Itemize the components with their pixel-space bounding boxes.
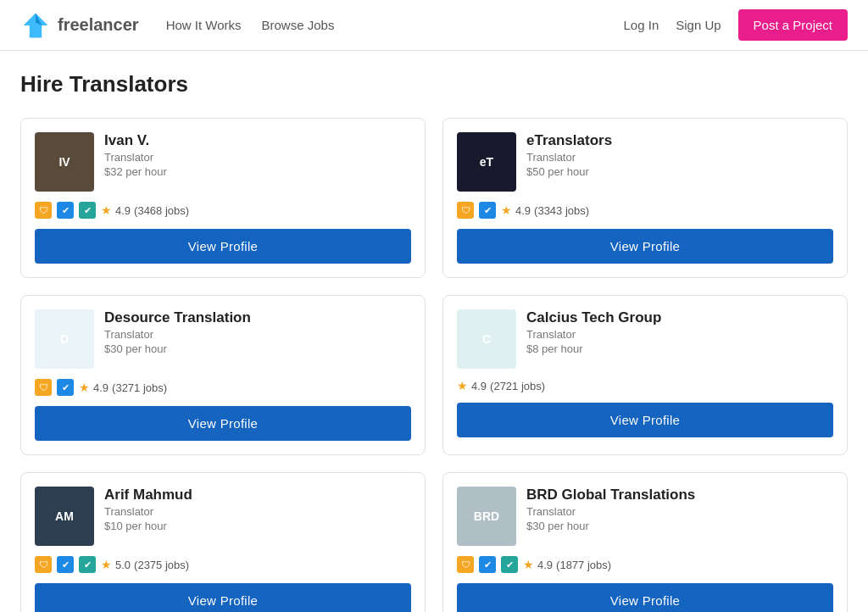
avatar: D bbox=[35, 309, 94, 369]
rating-value: 4.9 bbox=[537, 559, 553, 571]
badge-blue: ✔ bbox=[57, 202, 74, 219]
badge-orange: 🛡 bbox=[457, 202, 474, 219]
freelancer-name: Arif Mahmud bbox=[104, 487, 411, 504]
card-top: eT eTranslators Translator $50 per hour bbox=[457, 132, 833, 192]
card-top: BRD BRD Global Translations Translator $… bbox=[457, 487, 833, 546]
avatar: IV bbox=[35, 132, 94, 192]
rating: ★ 4.9 (3271 jobs) bbox=[79, 381, 167, 394]
badge-blue: ✔ bbox=[57, 556, 74, 573]
avatar: BRD bbox=[457, 487, 516, 546]
post-project-button[interactable]: Post a Project bbox=[738, 9, 848, 41]
freelancers-grid: IV Ivan V. Translator $32 per hour 🛡 ✔ ✔… bbox=[20, 118, 848, 612]
jobs-count: (3271 jobs) bbox=[112, 381, 167, 394]
badge-orange: 🛡 bbox=[35, 379, 52, 396]
card-info: Ivan V. Translator $32 per hour bbox=[104, 132, 411, 178]
freelancer-name: Desource Translation bbox=[104, 309, 411, 326]
jobs-count: (1877 jobs) bbox=[556, 559, 611, 571]
rating-value: 4.9 bbox=[93, 381, 108, 394]
card-top: C Calcius Tech Group Translator $8 per h… bbox=[457, 309, 833, 369]
rating-value: 4.9 bbox=[471, 380, 487, 392]
card-badges: 🛡 ✔ ✔ ★ 5.0 (2375 jobs) bbox=[35, 556, 411, 573]
star-icon: ★ bbox=[523, 558, 534, 571]
card-info: Desource Translation Translator $30 per … bbox=[104, 309, 411, 355]
freelancer-rate: $32 per hour bbox=[104, 165, 411, 178]
logo-text: freelancer bbox=[58, 15, 139, 35]
badge-blue: ✔ bbox=[57, 379, 74, 396]
rating-value: 4.9 bbox=[115, 204, 131, 217]
freelancer-card: BRD BRD Global Translations Translator $… bbox=[442, 472, 848, 612]
rating: ★ 4.9 (3343 jobs) bbox=[501, 203, 589, 217]
avatar: C bbox=[457, 309, 516, 369]
badge-teal: ✔ bbox=[501, 556, 518, 573]
freelancer-role: Translator bbox=[104, 328, 411, 341]
view-profile-button[interactable]: View Profile bbox=[457, 229, 833, 264]
rating-value: 5.0 bbox=[115, 559, 131, 571]
view-profile-button[interactable]: View Profile bbox=[35, 583, 411, 612]
nav-browse-jobs[interactable]: Browse Jobs bbox=[262, 18, 335, 32]
view-profile-button[interactable]: View Profile bbox=[35, 229, 411, 264]
rating: ★ 4.9 (1877 jobs) bbox=[523, 558, 611, 571]
badge-blue: ✔ bbox=[479, 556, 496, 573]
header-right: Log In Sign Up Post a Project bbox=[624, 9, 848, 41]
badge-orange: 🛡 bbox=[35, 202, 52, 219]
avatar: AM bbox=[35, 487, 94, 546]
freelancer-card: IV Ivan V. Translator $32 per hour 🛡 ✔ ✔… bbox=[20, 118, 426, 278]
view-profile-button[interactable]: View Profile bbox=[35, 406, 411, 441]
freelancer-rate: $30 per hour bbox=[104, 342, 411, 355]
freelancer-card: C Calcius Tech Group Translator $8 per h… bbox=[442, 295, 848, 455]
badge-blue: ✔ bbox=[479, 202, 496, 219]
rating-value: 4.9 bbox=[515, 204, 531, 217]
freelancer-role: Translator bbox=[104, 505, 411, 518]
jobs-count: (2375 jobs) bbox=[134, 559, 189, 571]
card-info: Calcius Tech Group Translator $8 per hou… bbox=[526, 309, 833, 355]
freelancer-role: Translator bbox=[526, 328, 833, 341]
card-top: AM Arif Mahmud Translator $10 per hour bbox=[35, 487, 411, 546]
freelancer-card: AM Arif Mahmud Translator $10 per hour 🛡… bbox=[20, 472, 426, 612]
card-info: eTranslators Translator $50 per hour bbox=[526, 132, 833, 178]
login-link[interactable]: Log In bbox=[624, 18, 659, 32]
view-profile-button[interactable]: View Profile bbox=[457, 583, 833, 612]
freelancer-card: D Desource Translation Translator $30 pe… bbox=[20, 295, 426, 455]
badge-orange: 🛡 bbox=[35, 556, 52, 573]
nav-how-it-works[interactable]: How It Works bbox=[166, 18, 242, 32]
card-top: IV Ivan V. Translator $32 per hour bbox=[35, 132, 411, 192]
star-icon: ★ bbox=[79, 381, 90, 394]
badge-teal: ✔ bbox=[79, 202, 96, 219]
rating: ★ 5.0 (2375 jobs) bbox=[101, 558, 189, 571]
card-badges: 🛡 ✔ ★ 4.9 (3343 jobs) bbox=[457, 202, 833, 219]
jobs-count: (2721 jobs) bbox=[490, 380, 545, 392]
freelancer-role: Translator bbox=[104, 151, 411, 164]
freelancer-rate: $50 per hour bbox=[526, 165, 833, 178]
header: freelancer How It Works Browse Jobs Log … bbox=[0, 0, 868, 51]
card-info: BRD Global Translations Translator $30 p… bbox=[526, 487, 833, 532]
rating: ★ 4.9 (3468 jobs) bbox=[101, 203, 189, 217]
signup-link[interactable]: Sign Up bbox=[676, 18, 721, 32]
freelancer-name: eTranslators bbox=[526, 132, 833, 149]
freelancer-card: eT eTranslators Translator $50 per hour … bbox=[442, 118, 848, 278]
card-badges: 🛡 ✔ ✔ ★ 4.9 (1877 jobs) bbox=[457, 556, 833, 573]
star-icon: ★ bbox=[457, 379, 468, 392]
avatar: eT bbox=[457, 132, 516, 192]
jobs-count: (3468 jobs) bbox=[134, 204, 189, 217]
freelancer-name: Calcius Tech Group bbox=[526, 309, 833, 326]
badge-teal: ✔ bbox=[79, 556, 96, 573]
card-badges: 🛡 ✔ ✔ ★ 4.9 (3468 jobs) bbox=[35, 202, 411, 219]
logo[interactable]: freelancer bbox=[20, 10, 139, 41]
badge-orange: 🛡 bbox=[457, 556, 474, 573]
freelancer-role: Translator bbox=[526, 151, 833, 164]
freelancer-logo-icon bbox=[20, 10, 51, 41]
freelancer-rate: $30 per hour bbox=[526, 520, 833, 532]
page-title: Hire Translators bbox=[20, 71, 848, 97]
nav: How It Works Browse Jobs bbox=[166, 18, 624, 32]
freelancer-name: Ivan V. bbox=[104, 132, 411, 149]
jobs-count: (3343 jobs) bbox=[534, 204, 589, 217]
freelancer-role: Translator bbox=[526, 505, 833, 518]
card-info: Arif Mahmud Translator $10 per hour bbox=[104, 487, 411, 532]
card-top: D Desource Translation Translator $30 pe… bbox=[35, 309, 411, 369]
freelancer-name: BRD Global Translations bbox=[526, 487, 833, 504]
rating: ★ 4.9 (2721 jobs) bbox=[457, 379, 545, 392]
view-profile-button[interactable]: View Profile bbox=[457, 403, 833, 437]
main-content: Hire Translators IV Ivan V. Translator $… bbox=[0, 51, 868, 612]
freelancer-rate: $8 per hour bbox=[526, 342, 833, 355]
card-badges: 🛡 ✔ ★ 4.9 (3271 jobs) bbox=[35, 379, 411, 396]
